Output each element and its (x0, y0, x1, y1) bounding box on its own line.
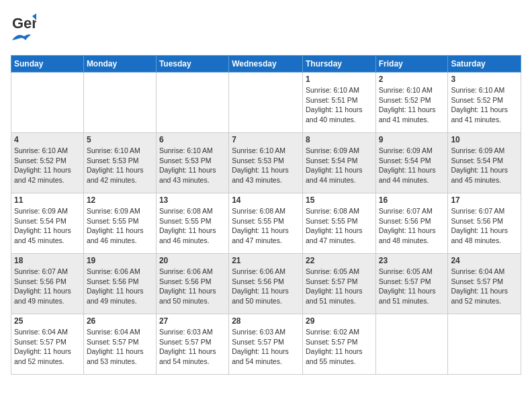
day-header-monday: Monday (83, 56, 156, 73)
day-number: 7 (232, 135, 300, 144)
day-header-wednesday: Wednesday (229, 56, 303, 73)
day-number: 17 (451, 195, 518, 205)
calendar-cell: 19Sunrise: 6:06 AM Sunset: 5:56 PM Dayli… (83, 254, 156, 314)
calendar-cell: 14Sunrise: 6:08 AM Sunset: 5:55 PM Dayli… (229, 193, 303, 254)
day-info: Sunrise: 6:08 AM Sunset: 5:55 PM Dayligh… (306, 206, 373, 246)
day-number: 25 (14, 316, 81, 326)
day-number: 13 (159, 195, 226, 205)
day-info: Sunrise: 6:10 AM Sunset: 5:53 PM Dayligh… (87, 146, 153, 185)
calendar-cell (375, 314, 448, 375)
day-number: 27 (159, 316, 226, 326)
day-number: 22 (306, 256, 373, 265)
calendar-cell: 15Sunrise: 6:08 AM Sunset: 5:55 PM Dayli… (302, 193, 375, 254)
calendar-cell (448, 314, 521, 375)
calendar-cell: 3Sunrise: 6:10 AM Sunset: 5:52 PM Daylig… (448, 73, 521, 133)
day-info: Sunrise: 6:10 AM Sunset: 5:52 PM Dayligh… (451, 85, 518, 125)
day-info: Sunrise: 6:09 AM Sunset: 5:54 PM Dayligh… (14, 206, 81, 246)
svg-text:General: General (12, 15, 36, 32)
day-info: Sunrise: 6:10 AM Sunset: 5:53 PM Dayligh… (232, 146, 300, 185)
calendar-cell: 18Sunrise: 6:07 AM Sunset: 5:56 PM Dayli… (11, 254, 84, 314)
day-info: Sunrise: 6:06 AM Sunset: 5:56 PM Dayligh… (159, 267, 226, 306)
day-number: 9 (379, 135, 445, 144)
day-number: 6 (159, 135, 226, 144)
day-info: Sunrise: 6:04 AM Sunset: 5:57 PM Dayligh… (14, 327, 81, 367)
day-number: 24 (451, 256, 518, 265)
day-number: 2 (379, 75, 445, 84)
day-header-tuesday: Tuesday (156, 56, 228, 73)
calendar-cell: 26Sunrise: 6:04 AM Sunset: 5:57 PM Dayli… (83, 314, 156, 375)
calendar-week-row: 25Sunrise: 6:04 AM Sunset: 5:57 PM Dayli… (11, 314, 521, 375)
logo: General (11, 11, 36, 50)
calendar-cell: 6Sunrise: 6:10 AM Sunset: 5:53 PM Daylig… (156, 133, 228, 193)
day-info: Sunrise: 6:08 AM Sunset: 5:55 PM Dayligh… (159, 206, 226, 246)
day-info: Sunrise: 6:04 AM Sunset: 5:57 PM Dayligh… (87, 327, 153, 367)
day-info: Sunrise: 6:09 AM Sunset: 5:54 PM Dayligh… (379, 146, 445, 185)
calendar-cell: 13Sunrise: 6:08 AM Sunset: 5:55 PM Dayli… (156, 193, 228, 254)
calendar-cell: 9Sunrise: 6:09 AM Sunset: 5:54 PM Daylig… (375, 133, 448, 193)
day-number: 10 (451, 135, 518, 144)
day-info: Sunrise: 6:10 AM Sunset: 5:52 PM Dayligh… (379, 85, 445, 125)
calendar-cell: 12Sunrise: 6:09 AM Sunset: 5:55 PM Dayli… (83, 193, 156, 254)
day-info: Sunrise: 6:09 AM Sunset: 5:54 PM Dayligh… (451, 146, 518, 185)
day-info: Sunrise: 6:10 AM Sunset: 5:53 PM Dayligh… (159, 146, 226, 185)
day-number: 29 (306, 316, 373, 326)
day-number: 19 (87, 256, 153, 265)
day-header-sunday: Sunday (11, 56, 84, 73)
day-number: 26 (87, 316, 153, 326)
calendar-week-row: 1Sunrise: 6:10 AM Sunset: 5:51 PM Daylig… (11, 73, 521, 133)
calendar-cell (156, 73, 228, 133)
calendar-week-row: 4Sunrise: 6:10 AM Sunset: 5:52 PM Daylig… (11, 133, 521, 193)
day-number: 16 (379, 195, 445, 205)
calendar-cell: 25Sunrise: 6:04 AM Sunset: 5:57 PM Dayli… (11, 314, 84, 375)
day-header-friday: Friday (375, 56, 448, 73)
day-number: 8 (306, 135, 373, 144)
day-info: Sunrise: 6:04 AM Sunset: 5:57 PM Dayligh… (451, 267, 518, 306)
day-info: Sunrise: 6:10 AM Sunset: 5:52 PM Dayligh… (14, 146, 81, 185)
calendar-cell: 7Sunrise: 6:10 AM Sunset: 5:53 PM Daylig… (229, 133, 303, 193)
day-number: 20 (159, 256, 226, 265)
day-number: 15 (306, 195, 373, 205)
calendar-cell (229, 73, 303, 133)
calendar-cell: 29Sunrise: 6:02 AM Sunset: 5:57 PM Dayli… (302, 314, 375, 375)
calendar-cell: 27Sunrise: 6:03 AM Sunset: 5:57 PM Dayli… (156, 314, 228, 375)
calendar-cell: 16Sunrise: 6:07 AM Sunset: 5:56 PM Dayli… (375, 193, 448, 254)
day-info: Sunrise: 6:07 AM Sunset: 5:56 PM Dayligh… (451, 206, 518, 246)
day-number: 28 (232, 316, 300, 326)
day-info: Sunrise: 6:08 AM Sunset: 5:55 PM Dayligh… (232, 206, 300, 246)
day-number: 11 (14, 195, 81, 205)
day-info: Sunrise: 6:09 AM Sunset: 5:55 PM Dayligh… (87, 206, 153, 246)
calendar-cell: 8Sunrise: 6:09 AM Sunset: 5:54 PM Daylig… (302, 133, 375, 193)
day-info: Sunrise: 6:06 AM Sunset: 5:56 PM Dayligh… (232, 267, 300, 306)
logo-bird-icon (11, 31, 32, 50)
calendar-cell (11, 73, 84, 133)
calendar-week-row: 11Sunrise: 6:09 AM Sunset: 5:54 PM Dayli… (11, 193, 521, 254)
calendar-cell: 21Sunrise: 6:06 AM Sunset: 5:56 PM Dayli… (229, 254, 303, 314)
day-number: 14 (232, 195, 300, 205)
day-info: Sunrise: 6:06 AM Sunset: 5:56 PM Dayligh… (87, 267, 153, 306)
calendar-cell: 5Sunrise: 6:10 AM Sunset: 5:53 PM Daylig… (83, 133, 156, 193)
day-info: Sunrise: 6:07 AM Sunset: 5:56 PM Dayligh… (379, 206, 445, 246)
day-info: Sunrise: 6:05 AM Sunset: 5:57 PM Dayligh… (379, 267, 445, 306)
calendar-cell: 28Sunrise: 6:03 AM Sunset: 5:57 PM Dayli… (229, 314, 303, 375)
calendar-cell (83, 73, 156, 133)
day-number: 18 (14, 256, 81, 265)
calendar-cell: 2Sunrise: 6:10 AM Sunset: 5:52 PM Daylig… (375, 73, 448, 133)
day-number: 5 (87, 135, 153, 144)
day-info: Sunrise: 6:10 AM Sunset: 5:51 PM Dayligh… (306, 85, 373, 125)
day-number: 3 (451, 75, 518, 84)
day-number: 23 (379, 256, 445, 265)
day-info: Sunrise: 6:09 AM Sunset: 5:54 PM Dayligh… (306, 146, 373, 185)
calendar-cell: 22Sunrise: 6:05 AM Sunset: 5:57 PM Dayli… (302, 254, 375, 314)
day-info: Sunrise: 6:02 AM Sunset: 5:57 PM Dayligh… (306, 327, 373, 367)
calendar-cell: 4Sunrise: 6:10 AM Sunset: 5:52 PM Daylig… (11, 133, 84, 193)
day-number: 12 (87, 195, 153, 205)
day-info: Sunrise: 6:05 AM Sunset: 5:57 PM Dayligh… (306, 267, 373, 306)
day-number: 21 (232, 256, 300, 265)
calendar-header-row: SundayMondayTuesdayWednesdayThursdayFrid… (11, 56, 521, 73)
calendar-cell: 10Sunrise: 6:09 AM Sunset: 5:54 PM Dayli… (448, 133, 521, 193)
day-info: Sunrise: 6:03 AM Sunset: 5:57 PM Dayligh… (159, 327, 226, 367)
page-header: General (11, 11, 521, 50)
calendar-cell: 17Sunrise: 6:07 AM Sunset: 5:56 PM Dayli… (448, 193, 521, 254)
day-number: 4 (14, 135, 81, 144)
calendar-table: SundayMondayTuesdayWednesdayThursdayFrid… (11, 55, 521, 375)
